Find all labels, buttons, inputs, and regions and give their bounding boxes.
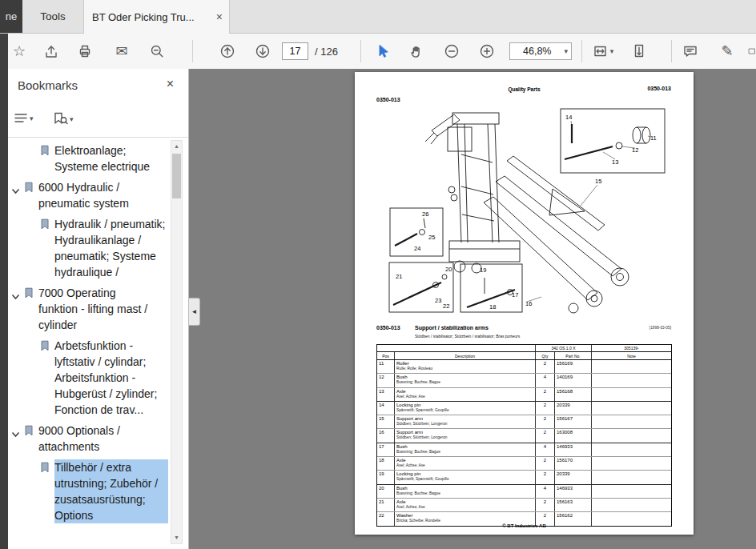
- cell-pos: 12: [377, 374, 395, 387]
- bookmark-icon: [24, 285, 38, 302]
- model-row-blank: [377, 345, 536, 351]
- next-page-button[interactable]: [253, 41, 272, 62]
- cell-note: [592, 429, 671, 442]
- marquee-zoom-button[interactable]: [147, 41, 167, 62]
- bookmarks-panel: Bookmarks × ▾ ▾: [8, 69, 189, 549]
- cell-partno: 20339: [555, 402, 592, 415]
- cell-desc-sub: Axel; Achse; Axe: [396, 395, 533, 399]
- left-edge-strip: [0, 34, 8, 549]
- close-panel-icon[interactable]: ×: [167, 77, 174, 91]
- tab-document-label: BT Oder Picking Tru...: [92, 11, 195, 23]
- tab-close-icon[interactable]: ×: [211, 10, 223, 23]
- cell-pos: 11: [377, 360, 395, 373]
- scrollbar-thumb[interactable]: [172, 154, 181, 198]
- pdf-page: Quality Parts 0350-013 0350-013: [355, 72, 694, 535]
- favorites-star-button[interactable]: ☆: [10, 41, 29, 62]
- sidebar-scrollbar[interactable]: ▲ ▼: [171, 140, 183, 544]
- home-tab-partial[interactable]: ne: [0, 0, 22, 33]
- bookmark-item-9000-optionals[interactable]: 9000 Optionals / attachments: [10, 423, 170, 455]
- draw-button[interactable]: ✎: [718, 41, 737, 62]
- cell-pos: 19: [377, 471, 395, 483]
- scroll-up-arrow[interactable]: ▲: [171, 141, 182, 152]
- toolbar-button-partial[interactable]: [748, 41, 756, 62]
- cell-desc: Washer: [396, 513, 533, 519]
- chevron-down-icon: ▾: [564, 47, 571, 55]
- cell-pos: 21: [377, 499, 395, 511]
- diagram-callout: 18: [489, 303, 496, 311]
- table-row: 13 AxleAxel; Achse; Axe 2 156168: [377, 388, 671, 402]
- cell-desc: Support arm: [396, 416, 533, 422]
- bookmark-icon: [24, 179, 38, 196]
- fit-width-button[interactable]: ▾: [589, 41, 617, 62]
- bookmark-options-button[interactable]: ▾: [14, 112, 34, 124]
- bookmark-icon: [40, 459, 54, 476]
- cell-note: [592, 360, 671, 373]
- cell-desc: Bush: [396, 444, 533, 450]
- bookmark-item-6000-hydraulic[interactable]: 6000 Hydraulic / pneumatic system: [10, 179, 170, 211]
- zoom-level-value: 46,8%: [510, 46, 564, 57]
- bookmark-item-electrical[interactable]: Elektroanlage; Systeme electrique: [10, 142, 170, 174]
- diagram-callout: 23: [435, 297, 441, 304]
- document-pane[interactable]: Quality Parts 0350-013 0350-013: [189, 69, 756, 549]
- cell-partno: 20339: [555, 471, 592, 483]
- cell-note: [592, 415, 671, 428]
- diagram-callout: 14: [565, 114, 572, 121]
- comment-button[interactable]: [681, 41, 700, 62]
- previous-page-button[interactable]: [218, 41, 237, 62]
- acrobat-window: ne Tools BT Oder Picking Tru... × ☆ ✉: [0, 0, 756, 549]
- cell-desc-sub: Axel; Achse; Axe: [396, 505, 533, 510]
- bookmarks-panel-title: Bookmarks: [18, 78, 78, 92]
- col-header-partno: Part No.: [555, 352, 592, 359]
- bookmark-label-selected: Tillbehör / extra utrustning; Zubehör / …: [54, 459, 168, 523]
- hand-tool-button[interactable]: [407, 41, 426, 62]
- cell-qty: 2: [536, 402, 555, 415]
- cell-qty: 4: [536, 443, 555, 456]
- zoom-out-button[interactable]: [442, 41, 461, 62]
- bookmark-item-arbetsfunktion[interactable]: Arbetsfunktion - lyftstativ / cylindar; …: [10, 338, 170, 418]
- zoom-in-button[interactable]: [477, 41, 497, 62]
- cell-desc-sub: Spännstift; Spannstift; Goupille: [396, 477, 533, 482]
- partial-icon: [748, 43, 756, 59]
- bookmark-item-hydraulik[interactable]: Hydraulik / pneumatik; Hydraulikanlage /…: [10, 216, 170, 280]
- bookmark-label: Arbetsfunktion - lyftstativ / cylindar; …: [54, 338, 168, 418]
- chevron-down-icon: ▾: [70, 115, 74, 123]
- section-number: 0350-013: [376, 325, 400, 331]
- cell-desc: Bush: [396, 486, 533, 491]
- table-row: 18 AxleAxel; Achse; Axe 2 156170: [377, 457, 671, 471]
- zoom-level-select[interactable]: 46,8% ▾: [509, 42, 572, 60]
- email-button[interactable]: ✉: [112, 41, 131, 62]
- diagram-callout: 16: [525, 300, 532, 307]
- bookmark-search-icon: [53, 112, 68, 126]
- chevron-down-icon[interactable]: [11, 179, 24, 198]
- cell-qty: 2: [536, 457, 555, 470]
- scroll-down-arrow[interactable]: ▼: [171, 532, 182, 543]
- parts-diagram: 11 12 13 14 15 16 17 18 19 20 21 22 23 2…: [355, 106, 694, 323]
- cell-qty: 4: [536, 485, 555, 498]
- print-button[interactable]: [75, 41, 94, 62]
- panel-collapse-handle[interactable]: ◄: [189, 298, 200, 326]
- bookmark-label: Hydraulik / pneumatik; Hydraulikanlage /…: [54, 216, 168, 280]
- serial-range: 305139-: [592, 345, 671, 351]
- cell-desc-sub: Stödben; Stützbein; Longeron: [396, 422, 533, 427]
- cell-desc-sub: Bricka; Scheibe; Rondelle: [396, 519, 533, 523]
- bookmark-item-tillbehor-selected[interactable]: Tillbehör / extra utrustning; Zubehör / …: [10, 459, 170, 523]
- bookmark-item-7000-operating[interactable]: 7000 Operating funktion - lifting mast /…: [10, 285, 170, 333]
- toolbar-separator: [192, 40, 193, 62]
- cell-partno: 146933: [555, 485, 592, 498]
- chevron-down-icon[interactable]: [11, 285, 24, 303]
- comment-bubble-icon: [682, 43, 698, 59]
- diagram-callout: 15: [595, 178, 601, 185]
- col-header-description: Description: [395, 352, 536, 359]
- locate-bookmark-button[interactable]: ▾: [53, 112, 74, 126]
- select-tool-button[interactable]: [373, 41, 392, 62]
- tab-tools[interactable]: Tools: [22, 0, 84, 33]
- diagram-callout: 26: [422, 210, 428, 218]
- page-number-input[interactable]: [282, 42, 308, 60]
- cell-desc: Support arm: [396, 430, 533, 435]
- cell-note: [592, 485, 671, 498]
- share-button[interactable]: [42, 41, 61, 62]
- main-toolbar: ☆ ✉: [0, 34, 756, 70]
- chevron-down-icon[interactable]: [11, 423, 24, 441]
- scroll-mode-button[interactable]: [629, 41, 649, 62]
- tab-document[interactable]: BT Oder Picking Tru... ×: [83, 0, 230, 34]
